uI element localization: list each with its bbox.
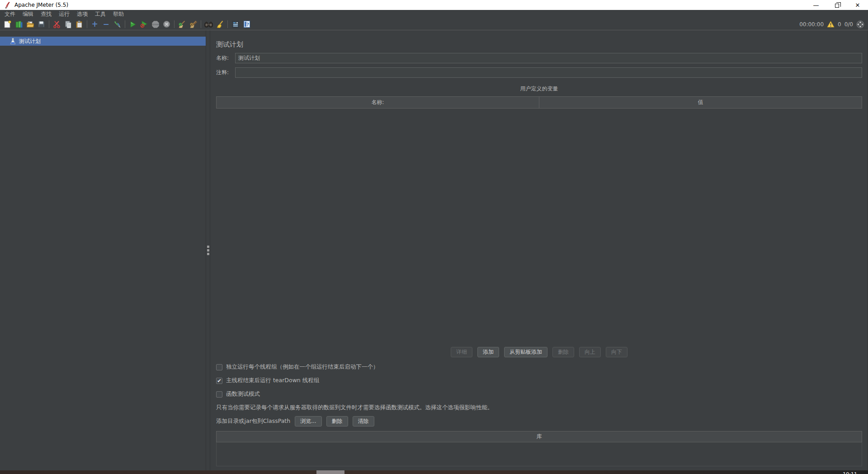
open-folder-icon — [26, 20, 34, 28]
functional-mode-row: 函数测试模式 — [216, 390, 862, 398]
clear-button[interactable] — [176, 19, 188, 29]
user-variables-title: 用户定义的变量 — [216, 85, 862, 93]
clear-broom-icon — [178, 20, 186, 28]
menu-options[interactable]: 选项 — [73, 10, 91, 19]
comment-field-row: 注释: — [216, 67, 862, 78]
stop-button[interactable]: STOP — [150, 19, 161, 29]
paste-button[interactable] — [74, 19, 85, 29]
collapse-all-button[interactable]: − — [100, 19, 112, 29]
name-field-row: 名称: — [216, 53, 862, 63]
name-input[interactable] — [235, 53, 862, 63]
thread-count: 0/0 — [844, 21, 853, 28]
title-bar: Apache JMeter (5.5) — ✕ — [0, 0, 868, 10]
splitter-grip-dot — [207, 249, 209, 251]
detail-button[interactable]: 详细 — [451, 347, 472, 357]
stop-octagon-icon: STOP — [151, 20, 160, 28]
shutdown-x-icon — [163, 20, 170, 28]
functional-mode-checkbox[interactable] — [216, 391, 222, 398]
clear-all-broom-icon — [189, 20, 198, 28]
library-table-body[interactable] — [216, 442, 862, 466]
window-title: Apache JMeter (5.5) — [14, 2, 68, 8]
minus-icon: − — [103, 20, 109, 28]
tree-item-test-plan[interactable]: 测试计划 — [0, 37, 206, 46]
add-button[interactable]: 添加 — [477, 347, 499, 357]
classpath-row: 添加目录或jar包到ClassPath 浏览... 删除 清除 — [216, 416, 862, 427]
page-title: 测试计划 — [216, 40, 862, 49]
expand-all-button[interactable]: + — [89, 19, 100, 29]
templates-button[interactable] — [13, 19, 24, 29]
splitter-grip-dot — [207, 253, 209, 255]
menu-edit[interactable]: 编辑 — [19, 10, 37, 19]
help-icon: ? — [243, 20, 250, 28]
minimize-button[interactable]: — — [806, 0, 826, 10]
menu-run[interactable]: 运行 — [55, 10, 73, 19]
function-helper-button[interactable] — [230, 19, 241, 29]
add-from-clipboard-button[interactable]: 从剪贴板添加 — [504, 347, 547, 357]
clear-all-button[interactable] — [188, 19, 199, 29]
copy-icon — [64, 20, 72, 28]
menu-bar: 文件 编辑 查找 运行 选项 工具 帮助 — [0, 10, 868, 19]
user-variables-table-body[interactable] — [216, 109, 862, 347]
splitter-grip-dot — [207, 246, 209, 248]
panel-splitter[interactable] — [206, 30, 210, 470]
tree-item-label: 测试计划 — [19, 38, 41, 45]
classpath-delete-button[interactable]: 删除 — [326, 416, 348, 427]
start-no-timers-button[interactable] — [138, 19, 150, 29]
save-button[interactable] — [36, 19, 47, 29]
move-up-button[interactable]: 向上 — [579, 347, 601, 357]
column-header-value[interactable]: 值 — [539, 97, 862, 108]
test-plan-tree: 测试计划 — [0, 30, 206, 470]
restore-icon — [835, 4, 839, 8]
test-plan-editor: 测试计划 名称: 注释: 用户定义的变量 名称: 值 详细 添加 从剪贴板添加 … — [210, 30, 868, 470]
toggle-button[interactable] — [112, 19, 123, 29]
close-button[interactable]: ✕ — [847, 0, 868, 10]
taskbar-clock: 10:11 — [843, 471, 857, 474]
copy-button[interactable] — [62, 19, 74, 29]
library-table-header[interactable]: 库 — [216, 431, 862, 442]
serialize-threadgroups-label: 独立运行每个线程组（例如在一个组运行结束后启动下一个） — [226, 363, 379, 371]
menu-help[interactable]: 帮助 — [109, 10, 127, 19]
toolbar-separator — [49, 20, 49, 28]
move-down-button[interactable]: 向下 — [606, 347, 627, 357]
window-controls: — ✕ — [806, 0, 868, 10]
menu-file[interactable]: 文件 — [1, 10, 19, 19]
functional-mode-label: 函数测试模式 — [226, 390, 260, 398]
new-file-button[interactable] — [2, 19, 13, 29]
search-binoculars-icon — [204, 21, 213, 28]
menu-search[interactable]: 查找 — [37, 10, 55, 19]
svg-text:?: ? — [246, 22, 249, 28]
menu-tools[interactable]: 工具 — [91, 10, 109, 19]
help-button[interactable]: ? — [241, 19, 252, 29]
cut-scissors-icon — [53, 20, 61, 28]
serialize-threadgroups-checkbox[interactable] — [216, 364, 222, 370]
toolbar-separator — [201, 20, 201, 28]
delete-button[interactable]: 删除 — [552, 347, 574, 357]
warning-count: 0 — [838, 21, 841, 28]
classpath-clear-button[interactable]: 清除 — [353, 416, 374, 427]
search-reset-button[interactable] — [214, 19, 226, 29]
log-warning-icon[interactable] — [827, 21, 835, 28]
classpath-label: 添加目录或jar包到ClassPath — [216, 417, 290, 425]
column-header-name[interactable]: 名称: — [217, 97, 539, 108]
user-variables-table-header: 名称: 值 — [216, 96, 862, 109]
elapsed-timer: 00:00:00 — [799, 21, 824, 28]
browse-button[interactable]: 浏览... — [295, 416, 321, 427]
svg-text:STOP: STOP — [152, 24, 159, 26]
taskbar-app-segment[interactable] — [316, 470, 344, 474]
toggle-arrows-icon — [113, 20, 122, 28]
variables-button-row: 详细 添加 从剪贴板添加 删除 向上 向下 — [216, 347, 862, 357]
content-area: 测试计划 测试计划 名称: 注释: 用户定义的变量 名称: 值 详细 添加 从剪… — [0, 30, 868, 470]
remote-status-icon[interactable] — [856, 20, 864, 28]
open-file-button[interactable] — [24, 19, 36, 29]
functional-mode-note: 只有当你需要记录每个请求从服务器取得的数据到文件时才需要选择函数测试模式。选择这… — [216, 404, 862, 412]
function-helper-list-icon — [231, 20, 240, 28]
taskbar-sliver: 10:11 — [0, 470, 868, 474]
restore-button[interactable] — [826, 0, 847, 10]
search-button[interactable] — [203, 19, 214, 29]
plus-icon: + — [91, 20, 98, 28]
teardown-on-shutdown-checkbox[interactable]: ✔ — [216, 378, 222, 384]
cut-button[interactable] — [51, 19, 62, 29]
start-button[interactable] — [127, 19, 138, 29]
shutdown-button[interactable] — [161, 19, 172, 29]
comment-input[interactable] — [235, 67, 862, 78]
